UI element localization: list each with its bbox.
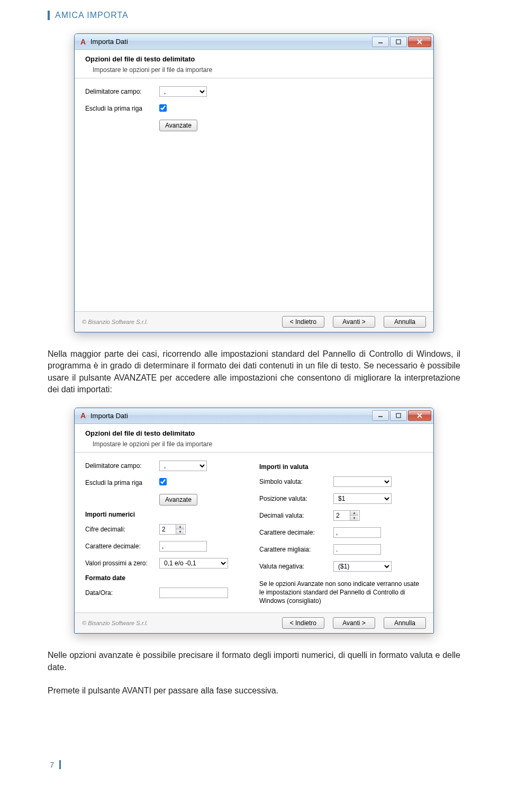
window-title: Importa Dati xyxy=(90,38,128,46)
window-title: Importa Dati xyxy=(90,412,128,420)
titlebar: A Importa Dati xyxy=(75,408,433,424)
cancel-button[interactable]: Annulla xyxy=(384,617,426,629)
label-curr-symbol: Simbolo valuta: xyxy=(259,478,333,485)
section-subtitle: Impostare le opzioni per il file da impo… xyxy=(93,66,423,74)
select-curr-neg[interactable]: ($1) xyxy=(333,561,392,572)
copyright: © Bisanzio Software S.r.l. xyxy=(82,319,148,325)
spinner-down-icon[interactable]: ▼ xyxy=(350,516,358,520)
back-button[interactable]: < Indietro xyxy=(282,316,324,328)
select-delim[interactable]: , xyxy=(159,461,207,471)
advanced-note: Se le opzioni Avanzate non sono indicate… xyxy=(259,578,423,608)
select-delim[interactable]: , xyxy=(159,86,207,97)
cancel-button[interactable]: Annulla xyxy=(384,316,426,328)
label-curr-dec-char: Carattere decimale: xyxy=(259,529,333,536)
input-dec-char[interactable] xyxy=(159,541,207,552)
paragraph-1: Nella maggior parte dei casi, ricorrendo… xyxy=(48,348,460,396)
next-button[interactable]: Avanti > xyxy=(333,617,375,629)
input-curr-dec[interactable] xyxy=(334,511,350,520)
group-numeric: Importi numerici xyxy=(85,511,249,518)
titlebar: A Importa Dati xyxy=(75,34,433,50)
section-title: Opzioni del file di testo delimitato xyxy=(85,55,423,63)
spinner-up-icon[interactable]: ▲ xyxy=(176,525,184,530)
select-curr-pos[interactable]: $1 xyxy=(333,493,392,504)
group-currency: Importi in valuta xyxy=(259,463,423,471)
label-curr-pos: Posizione valuta: xyxy=(259,495,333,502)
svg-rect-1 xyxy=(396,40,401,44)
label-delim: Delimitatore campo: xyxy=(85,88,159,95)
input-decimals[interactable] xyxy=(160,525,176,534)
paragraph-2: Nelle opzioni avanzate è possibile preci… xyxy=(48,649,460,673)
page-footer: 7 xyxy=(48,760,460,770)
label-dec-char: Carattere decimale: xyxy=(85,543,159,550)
spinner-decimals[interactable]: ▲▼ xyxy=(159,524,186,535)
paragraph-3: Premete il pulsante AVANTI per passare a… xyxy=(48,685,460,697)
group-date: Formato date xyxy=(85,574,249,582)
label-curr-neg: Valuta negativa: xyxy=(259,563,333,570)
label-exclude: Escludi la prima riga xyxy=(85,105,159,112)
label-curr-thou: Carattere migliaia: xyxy=(259,546,333,553)
label-date-time: Data/Ora: xyxy=(85,589,159,597)
close-button[interactable] xyxy=(408,37,431,47)
label-curr-dec: Decimali valuta: xyxy=(259,512,333,519)
advanced-button[interactable]: Avanzate xyxy=(159,120,197,131)
spinner-curr-dec[interactable]: ▲▼ xyxy=(333,510,360,521)
dialog-basic: A Importa Dati Opzioni del file di testo… xyxy=(74,33,434,332)
label-near-zero: Valori prossimi a zero: xyxy=(85,560,159,567)
minimize-button[interactable] xyxy=(372,37,389,47)
close-button[interactable] xyxy=(408,410,431,421)
doc-header: AMICA IMPORTA xyxy=(48,11,460,20)
spinner-down-icon[interactable]: ▼ xyxy=(176,529,184,534)
select-curr-symbol[interactable] xyxy=(333,476,392,487)
section-title: Opzioni del file di testo delimitato xyxy=(85,429,423,437)
dialog-advanced: A Importa Dati Opzioni del file di testo… xyxy=(74,408,434,634)
svg-rect-5 xyxy=(396,413,401,418)
label-decimals: Cifre decimali: xyxy=(85,526,159,533)
checkbox-exclude[interactable] xyxy=(159,104,167,112)
page-number: 7 xyxy=(50,760,61,769)
maximize-button[interactable] xyxy=(390,410,407,421)
input-curr-thou[interactable] xyxy=(333,544,381,555)
next-button[interactable]: Avanti > xyxy=(333,316,375,328)
maximize-button[interactable] xyxy=(390,37,407,47)
label-exclude: Escludi la prima riga xyxy=(85,479,159,486)
back-button[interactable]: < Indietro xyxy=(282,617,324,629)
checkbox-exclude[interactable] xyxy=(159,478,167,485)
input-date-time[interactable] xyxy=(159,588,228,598)
section-subtitle: Impostare le opzioni per il file da impo… xyxy=(93,440,423,448)
select-near-zero[interactable]: 0,1 e/o -0,1 xyxy=(159,558,228,569)
copyright: © Bisanzio Software S.r.l. xyxy=(82,620,148,626)
minimize-button[interactable] xyxy=(372,410,389,421)
app-icon: A xyxy=(79,38,87,46)
app-icon: A xyxy=(79,411,87,420)
input-curr-dec-char[interactable] xyxy=(333,527,381,538)
advanced-button[interactable]: Avanzate xyxy=(159,494,197,506)
label-delim: Delimitatore campo: xyxy=(85,462,159,470)
spinner-up-icon[interactable]: ▲ xyxy=(350,511,358,516)
